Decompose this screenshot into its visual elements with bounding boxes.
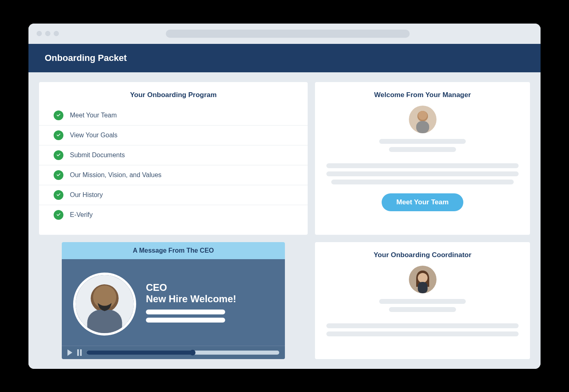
checklist-item[interactable]: Our History — [39, 185, 308, 205]
coordinator-card: Your Onboarding Coordinator — [315, 242, 530, 359]
svg-point-9 — [418, 273, 428, 283]
svg-rect-6 — [87, 310, 122, 333]
checklist-label: Our Mission, Vision, and Values — [70, 171, 161, 179]
svg-rect-10 — [418, 282, 428, 293]
onboarding-program-card: Your Onboarding Program Meet Your Team V… — [39, 82, 308, 235]
placeholder-line — [326, 331, 519, 336]
checklist-label: E-Verify — [70, 211, 93, 219]
browser-chrome-bar — [28, 24, 541, 44]
onboarding-checklist: Meet Your Team View Your Goals Submit Do… — [39, 106, 308, 225]
checklist-label: Submit Documents — [70, 152, 125, 159]
svg-rect-2 — [416, 121, 429, 133]
checklist-item[interactable]: Our Mission, Vision, and Values — [39, 165, 308, 185]
ceo-avatar — [73, 273, 136, 336]
window-dot — [37, 31, 42, 36]
checklist-label: Meet Your Team — [70, 112, 117, 119]
placeholder-line — [379, 299, 466, 304]
url-bar[interactable] — [166, 30, 410, 38]
ceo-banner-title: A Message From The CEO — [62, 242, 285, 259]
window-dot — [54, 31, 59, 36]
check-circle-icon — [54, 190, 63, 200]
svg-point-3 — [418, 111, 427, 120]
placeholder-line — [326, 323, 519, 328]
checklist-item[interactable]: E-Verify — [39, 205, 308, 225]
placeholder-line — [326, 171, 519, 176]
placeholder-line — [379, 139, 466, 144]
manager-card-title: Welcome From Your Manager — [326, 91, 519, 99]
content-grid: Your Onboarding Program Meet Your Team V… — [28, 72, 541, 369]
placeholder-line — [326, 163, 519, 168]
video-progress-handle[interactable] — [190, 350, 195, 355]
meet-your-team-button[interactable]: Meet Your Team — [382, 193, 463, 211]
onboarding-program-title: Your Onboarding Program — [39, 91, 308, 99]
pause-icon[interactable] — [77, 349, 82, 356]
svg-point-7 — [93, 285, 116, 308]
coordinator-card-title: Your Onboarding Coordinator — [326, 251, 519, 259]
placeholder-line — [146, 318, 225, 323]
play-icon[interactable] — [67, 349, 72, 356]
checklist-item[interactable]: View Your Goals — [39, 126, 308, 145]
placeholder-line — [146, 310, 225, 314]
ceo-heading-line1: CEO — [146, 282, 236, 293]
ceo-video-area[interactable]: CEO New Hire Welcome! — [62, 259, 285, 346]
check-circle-icon — [54, 110, 63, 120]
checklist-item[interactable]: Meet Your Team — [39, 106, 308, 126]
ceo-heading-line2: New Hire Welcome! — [146, 293, 236, 305]
video-controls — [62, 346, 285, 359]
checklist-item[interactable]: Submit Documents — [39, 145, 308, 165]
placeholder-line — [389, 147, 456, 152]
video-progress-track[interactable] — [87, 351, 279, 355]
coordinator-avatar — [409, 266, 437, 293]
video-progress-fill — [87, 351, 193, 355]
manager-welcome-card: Welcome From Your Manager Meet Your Team — [315, 82, 530, 235]
browser-frame: Onboarding Packet Your Onboarding Progra… — [28, 24, 541, 369]
check-circle-icon — [54, 210, 63, 220]
placeholder-line — [331, 180, 514, 184]
checklist-label: Our History — [70, 191, 103, 199]
window-dot — [45, 31, 50, 36]
page-title: Onboarding Packet — [28, 44, 541, 72]
check-circle-icon — [54, 150, 63, 160]
placeholder-line — [389, 307, 456, 312]
check-circle-icon — [54, 130, 63, 140]
check-circle-icon — [54, 170, 63, 180]
ceo-message-card: A Message From The CEO CEO New Hire Welc… — [62, 242, 285, 359]
checklist-label: View Your Goals — [70, 132, 117, 139]
manager-avatar — [409, 106, 437, 133]
